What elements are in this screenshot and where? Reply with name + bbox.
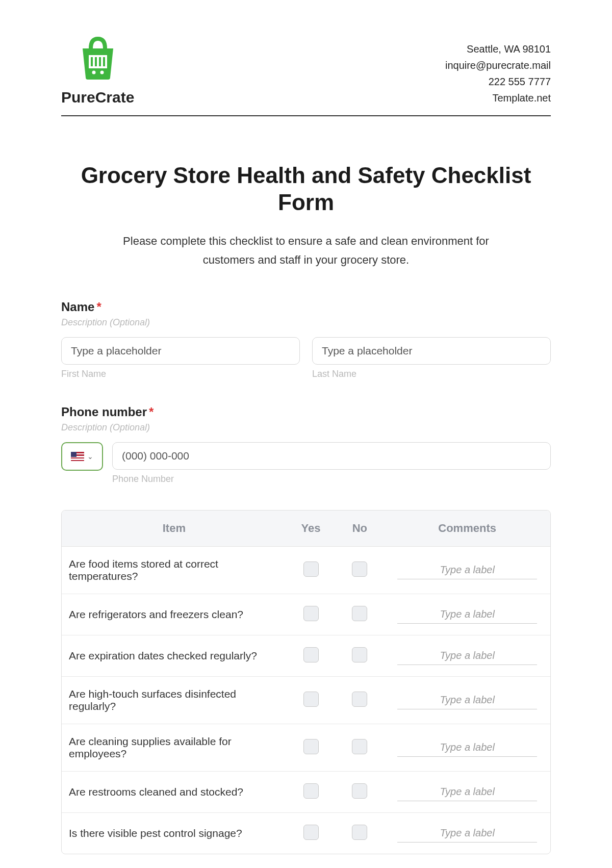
chevron-down-icon: ⌄ — [87, 452, 93, 461]
name-label-text: Name — [61, 300, 94, 314]
comment-input[interactable] — [397, 783, 537, 801]
checklist-item-text: Is there visible pest control signage? — [62, 813, 287, 854]
th-no: No — [335, 510, 384, 547]
page-header: PureCrate Seattle, WA 98101 inquire@pure… — [61, 31, 551, 116]
phone-label-text: Phone number — [61, 405, 147, 419]
checklist-item-text: Are refrigerators and freezers clean? — [62, 594, 287, 635]
table-row: Are refrigerators and freezers clean? — [62, 594, 550, 635]
first-name-input[interactable] — [61, 337, 300, 365]
form-title: Grocery Store Health and Safety Checklis… — [61, 162, 551, 216]
contact-address: Seattle, WA 98101 — [445, 41, 551, 57]
svg-rect-4 — [101, 55, 103, 67]
checklist-item-text: Are restrooms cleaned and stocked? — [62, 772, 287, 813]
th-item: Item — [62, 510, 287, 547]
comment-input[interactable] — [397, 647, 537, 665]
checklist-item-text: Are expiration dates checked regularly? — [62, 635, 287, 677]
country-code-select[interactable]: ⌄ — [61, 442, 103, 471]
checklist-item-text: Are cleaning supplies available for empl… — [62, 724, 287, 772]
contact-site: Template.net — [445, 90, 551, 106]
table-row: Are expiration dates checked regularly? — [62, 635, 550, 677]
contact-phone: 222 555 7777 — [445, 73, 551, 90]
table-row: Is there visible pest control signage? — [62, 813, 550, 854]
yes-checkbox[interactable] — [303, 561, 319, 577]
svg-rect-1 — [89, 55, 91, 67]
table-row: Are restrooms cleaned and stocked? — [62, 772, 550, 813]
comment-input[interactable] — [397, 561, 537, 579]
contact-block: Seattle, WA 98101 inquire@purecrate.mail… — [445, 41, 551, 106]
yes-checkbox[interactable] — [303, 825, 319, 840]
comment-input[interactable] — [397, 824, 537, 843]
required-mark: * — [96, 300, 101, 314]
first-name-sublabel: First Name — [61, 369, 300, 379]
phone-label: Phone number* — [61, 405, 551, 419]
svg-rect-6 — [89, 66, 107, 68]
svg-rect-3 — [97, 55, 99, 67]
no-checkbox[interactable] — [352, 783, 367, 799]
no-checkbox[interactable] — [352, 825, 367, 840]
yes-checkbox[interactable] — [303, 647, 319, 662]
no-checkbox[interactable] — [352, 692, 367, 707]
table-row: Are food items stored at correct tempera… — [62, 547, 550, 594]
table-row: Are high-touch surfaces disinfected regu… — [62, 677, 550, 724]
phone-field-group: Phone number* Description (Optional) ⌄ P… — [61, 405, 551, 484]
last-name-input[interactable] — [312, 337, 551, 365]
yes-checkbox[interactable] — [303, 606, 319, 621]
svg-point-8 — [100, 71, 104, 74]
th-comments: Comments — [384, 510, 550, 547]
name-description: Description (Optional) — [61, 317, 551, 328]
checklist-table: Item Yes No Comments Are food items stor… — [61, 510, 551, 854]
phone-sublabel: Phone Number — [112, 474, 551, 484]
yes-checkbox[interactable] — [303, 692, 319, 707]
yes-checkbox[interactable] — [303, 739, 319, 754]
brand-name: PureCrate — [61, 89, 134, 106]
name-field-group: Name* Description (Optional) First Name … — [61, 300, 551, 379]
svg-rect-5 — [105, 55, 107, 67]
phone-number-input[interactable] — [112, 442, 551, 470]
comment-input[interactable] — [397, 691, 537, 709]
th-yes: Yes — [287, 510, 336, 547]
last-name-sublabel: Last Name — [312, 369, 551, 379]
checklist-item-text: Are high-touch surfaces disinfected regu… — [62, 677, 287, 724]
comment-input[interactable] — [397, 738, 537, 757]
table-row: Are cleaning supplies available for empl… — [62, 724, 550, 772]
svg-rect-2 — [93, 55, 95, 67]
no-checkbox[interactable] — [352, 561, 367, 577]
shopping-bag-cart-icon — [72, 31, 123, 84]
no-checkbox[interactable] — [352, 647, 367, 662]
no-checkbox[interactable] — [352, 606, 367, 621]
svg-point-7 — [92, 71, 95, 74]
contact-email: inquire@purecrate.mail — [445, 57, 551, 73]
name-label: Name* — [61, 300, 551, 314]
checklist-item-text: Are food items stored at correct tempera… — [62, 547, 287, 594]
yes-checkbox[interactable] — [303, 783, 319, 799]
brand: PureCrate — [61, 31, 134, 106]
required-mark: * — [149, 405, 154, 419]
form-intro: Please complete this checklist to ensure… — [97, 232, 515, 270]
no-checkbox[interactable] — [352, 739, 367, 754]
phone-description: Description (Optional) — [61, 422, 551, 433]
us-flag-icon — [71, 452, 84, 461]
comment-input[interactable] — [397, 605, 537, 624]
